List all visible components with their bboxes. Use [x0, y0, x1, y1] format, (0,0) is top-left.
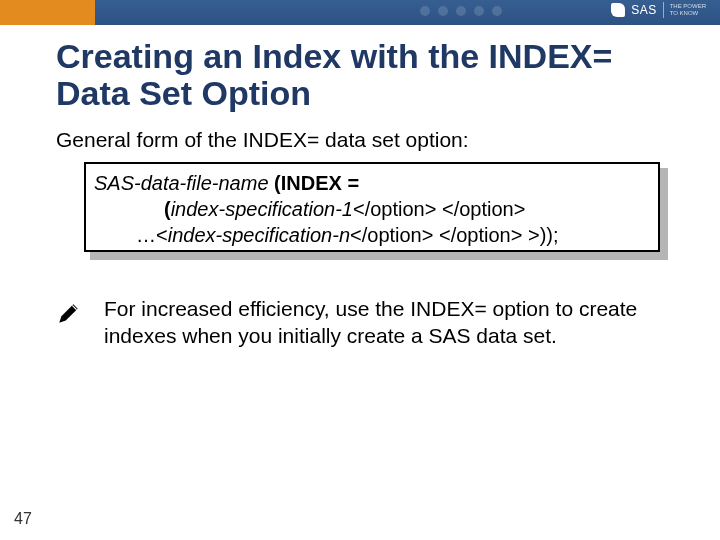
code-literal: </option> </option>: [353, 198, 525, 220]
page-subtitle: General form of the INDEX= data set opti…: [56, 128, 469, 152]
brand-block: SAS THE POWER TO KNOW: [611, 2, 706, 18]
decorative-dots: [420, 6, 502, 16]
note-row: For increased efficiency, use the INDEX=…: [56, 296, 666, 350]
header-bar: SAS THE POWER TO KNOW: [0, 0, 720, 25]
code-line-1: SAS-data-file-name (INDEX =: [94, 170, 650, 196]
brand-separator: [663, 2, 664, 18]
code-literal: (INDEX =: [269, 172, 360, 194]
brand-tagline: THE POWER TO KNOW: [670, 3, 706, 16]
brand-text: SAS: [631, 3, 657, 17]
page-number: 47: [14, 510, 32, 528]
page-title: Creating an Index with the INDEX= Data S…: [56, 38, 676, 111]
accent-block: [0, 0, 95, 25]
code-literal: </option> </option> >));: [350, 224, 559, 246]
code-var: SAS-data-file-name: [94, 172, 269, 194]
note-text: For increased efficiency, use the INDEX=…: [104, 296, 666, 350]
code-literal: (: [164, 198, 171, 220]
code-var: index-specification-n: [168, 224, 350, 246]
code-line-3: …<index-specification-n</option> </optio…: [94, 222, 650, 248]
code-var: index-specification-1: [171, 198, 353, 220]
pencil-icon: [56, 296, 84, 326]
syntax-box: SAS-data-file-name (INDEX = (index-speci…: [84, 162, 660, 252]
sas-logo-icon: [611, 3, 625, 17]
code-literal: …<: [136, 224, 168, 246]
code-line-2: (index-specification-1</option> </option…: [94, 196, 650, 222]
